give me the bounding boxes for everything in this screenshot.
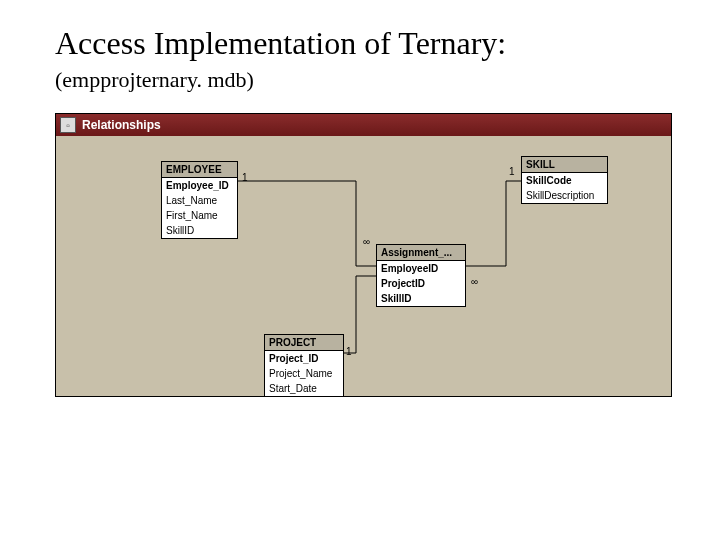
field-last-name[interactable]: Last_Name <box>162 193 237 208</box>
relationships-window: ▫ Relationships EMPLOYEE Employee_ID Las… <box>55 113 672 397</box>
cardinality-one-skill: 1 <box>509 166 515 177</box>
field-asg-project-id[interactable]: ProjectID <box>377 276 465 291</box>
field-start-date[interactable]: Start_Date <box>265 381 343 396</box>
titlebar[interactable]: ▫ Relationships <box>56 114 671 136</box>
field-asg-employee-id[interactable]: EmployeeID <box>377 261 465 276</box>
table-assignment[interactable]: Assignment_... EmployeeID ProjectID Skil… <box>376 244 466 307</box>
cardinality-one-project: 1 <box>346 346 352 357</box>
field-project-name[interactable]: Project_Name <box>265 366 343 381</box>
field-asg-skill-id[interactable]: SkillID <box>377 291 465 306</box>
field-skill-id[interactable]: SkillID <box>162 223 237 238</box>
page-subtitle: (empprojternary. mdb) <box>55 67 720 93</box>
table-employee[interactable]: EMPLOYEE Employee_ID Last_Name First_Nam… <box>161 161 238 239</box>
field-employee-id[interactable]: Employee_ID <box>162 178 237 193</box>
table-skill[interactable]: SKILL SkillCode SkillDescription <box>521 156 608 204</box>
cardinality-inf-asg-skill: ∞ <box>471 276 478 287</box>
window-icon: ▫ <box>60 117 76 133</box>
table-project[interactable]: PROJECT Project_ID Project_Name Start_Da… <box>264 334 344 396</box>
cardinality-inf-employee-asg: ∞ <box>361 236 372 247</box>
table-assignment-header: Assignment_... <box>377 245 465 261</box>
field-project-id[interactable]: Project_ID <box>265 351 343 366</box>
cardinality-one-employee: 1 <box>242 172 248 183</box>
field-skill-description[interactable]: SkillDescription <box>522 188 607 203</box>
relationships-canvas[interactable]: EMPLOYEE Employee_ID Last_Name First_Nam… <box>56 136 671 396</box>
field-skill-code[interactable]: SkillCode <box>522 173 607 188</box>
field-first-name[interactable]: First_Name <box>162 208 237 223</box>
table-employee-header: EMPLOYEE <box>162 162 237 178</box>
window-title: Relationships <box>82 118 161 132</box>
table-skill-header: SKILL <box>522 157 607 173</box>
table-project-header: PROJECT <box>265 335 343 351</box>
page-title: Access Implementation of Ternary: <box>55 25 720 62</box>
